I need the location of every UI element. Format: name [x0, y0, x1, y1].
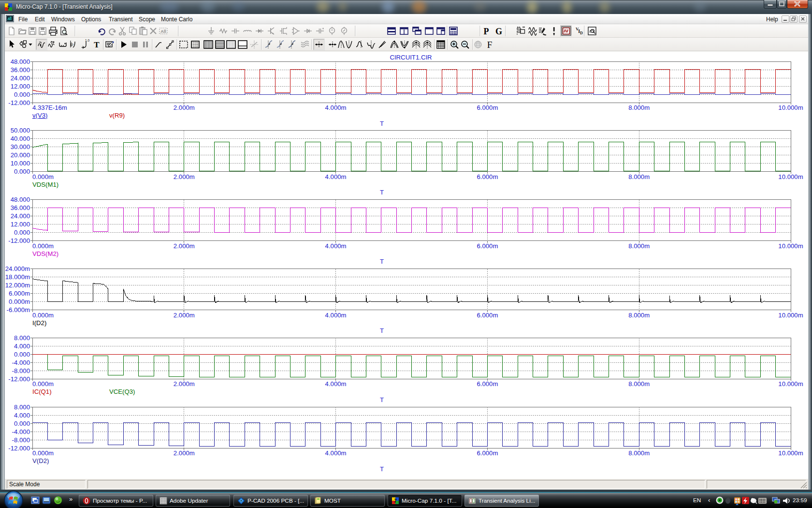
svg-text:-12.000: -12.000 — [8, 445, 30, 452]
svg-text:4.000m: 4.000m — [325, 173, 347, 180]
svg-text:24.000m: 24.000m — [5, 265, 30, 272]
svg-text:-12.000: -12.000 — [8, 99, 30, 106]
svg-text:G: G — [495, 27, 502, 36]
svg-text:2.000m: 2.000m — [174, 312, 195, 319]
svg-text:0.000: 0.000 — [14, 351, 30, 358]
svg-text:8.000m: 8.000m — [628, 104, 650, 111]
svg-text:10.000m: 10.000m — [778, 449, 803, 457]
svg-text:10: 10 — [70, 43, 73, 46]
svg-text:4.000m: 4.000m — [325, 242, 347, 250]
svg-text:6.000m: 6.000m — [477, 449, 498, 457]
svg-text:50.000: 50.000 — [11, 127, 30, 134]
svg-text:8.000m: 8.000m — [628, 242, 650, 250]
svg-text:T: T — [380, 327, 384, 334]
svg-text:P: P — [484, 27, 489, 36]
svg-text:0.000: 0.000 — [14, 229, 30, 236]
svg-text:4.000: 4.000 — [14, 412, 30, 419]
svg-text:0.000m: 0.000m — [32, 312, 54, 319]
svg-text:T: T — [380, 120, 384, 127]
svg-text:6.000m: 6.000m — [477, 242, 498, 250]
svg-text:4.000m: 4.000m — [325, 380, 347, 388]
svg-text:7: 7 — [394, 498, 397, 504]
svg-text:48.000: 48.000 — [11, 196, 30, 203]
svg-text:I(D2): I(D2) — [32, 319, 46, 327]
svg-text:8.000: 8.000 — [14, 334, 30, 342]
svg-text:36.000: 36.000 — [11, 66, 30, 74]
svg-text:20.000: 20.000 — [11, 151, 30, 159]
svg-text:0.000m: 0.000m — [32, 242, 54, 250]
svg-text:6.000m: 6.000m — [9, 290, 30, 297]
svg-text:24.000: 24.000 — [11, 75, 30, 82]
svg-text:All: All — [160, 29, 166, 34]
svg-text:6.000m: 6.000m — [477, 380, 498, 388]
svg-text:-12.000: -12.000 — [8, 237, 30, 244]
svg-text:VDS(M1): VDS(M1) — [32, 181, 58, 188]
svg-text:V(D2): V(D2) — [32, 457, 49, 464]
svg-text:0.000m: 0.000m — [32, 449, 54, 457]
svg-text:v(R9): v(R9) — [109, 112, 125, 119]
svg-text:-4.000: -4.000 — [12, 428, 30, 435]
svg-text:2.000m: 2.000m — [174, 449, 195, 457]
svg-text:12.000: 12.000 — [11, 221, 30, 228]
svg-text:-6.000m: -6.000m — [7, 306, 30, 314]
svg-text:-8.000: -8.000 — [12, 436, 30, 444]
svg-text:VCE(Q3): VCE(Q3) — [109, 388, 135, 395]
svg-text:T: T — [94, 40, 100, 49]
svg-text:6.000m: 6.000m — [477, 104, 498, 111]
svg-text:CIRCUIT1.CIR: CIRCUIT1.CIR — [390, 54, 432, 61]
svg-text:F: F — [487, 40, 493, 50]
svg-text:6.000m: 6.000m — [477, 173, 498, 180]
svg-text:10.000m: 10.000m — [778, 104, 803, 111]
svg-text:6.000m: 6.000m — [477, 312, 498, 319]
svg-text:4.337E-16m: 4.337E-16m — [32, 104, 67, 111]
svg-text:30.000: 30.000 — [11, 143, 30, 150]
svg-text:8.000m: 8.000m — [628, 312, 650, 319]
svg-text:4.000m: 4.000m — [325, 449, 347, 457]
svg-text:v(V3): v(V3) — [32, 112, 48, 119]
svg-text:T: T — [380, 189, 384, 196]
svg-text:T: T — [380, 258, 384, 265]
svg-text:0.000m: 0.000m — [32, 380, 54, 388]
svg-text:40.000: 40.000 — [11, 135, 30, 142]
svg-text:10.000: 10.000 — [11, 160, 30, 167]
svg-text:4.000: 4.000 — [14, 343, 30, 350]
svg-text:48.000: 48.000 — [11, 58, 30, 65]
svg-text:36.000: 36.000 — [11, 204, 30, 211]
svg-text:0.000m: 0.000m — [9, 298, 30, 305]
svg-text:12.000: 12.000 — [11, 83, 30, 90]
svg-text:12.000m: 12.000m — [5, 282, 30, 289]
svg-text:VDS(M2): VDS(M2) — [32, 250, 58, 257]
svg-text:2.000m: 2.000m — [174, 242, 195, 250]
svg-text:0.000: 0.000 — [14, 168, 30, 175]
svg-text:0.000: 0.000 — [14, 91, 30, 98]
svg-text:10.000m: 10.000m — [778, 312, 803, 319]
svg-text:-12.000: -12.000 — [8, 375, 30, 383]
svg-text:1.0: 1.0 — [85, 39, 89, 42]
svg-text:4.000m: 4.000m — [325, 104, 347, 111]
svg-text:8.000m: 8.000m — [628, 173, 650, 180]
svg-text:8.000m: 8.000m — [628, 380, 650, 388]
svg-text:24.000: 24.000 — [11, 212, 30, 220]
svg-text:18.000m: 18.000m — [5, 273, 30, 281]
svg-text:7: 7 — [7, 4, 10, 10]
svg-text:8.000m: 8.000m — [628, 449, 650, 457]
svg-text:4.000m: 4.000m — [325, 312, 347, 319]
svg-text:10.000m: 10.000m — [778, 173, 803, 180]
svg-text:0.000m: 0.000m — [32, 173, 54, 180]
svg-text:2.000m: 2.000m — [174, 104, 195, 111]
svg-text:-4.000: -4.000 — [12, 359, 30, 366]
svg-text:D: D — [580, 31, 583, 35]
svg-text:10.000m: 10.000m — [778, 380, 803, 388]
svg-text:0.000: 0.000 — [14, 420, 30, 427]
svg-text:8.000: 8.000 — [14, 403, 30, 411]
svg-text:-8.000: -8.000 — [12, 367, 30, 374]
svg-text:IC(Q1): IC(Q1) — [32, 388, 52, 395]
svg-text:2.000m: 2.000m — [174, 380, 195, 388]
svg-text:T: T — [380, 465, 384, 473]
svg-text:T: T — [380, 396, 384, 403]
svg-text:10.000m: 10.000m — [778, 242, 803, 250]
svg-text:2.000m: 2.000m — [174, 173, 195, 180]
